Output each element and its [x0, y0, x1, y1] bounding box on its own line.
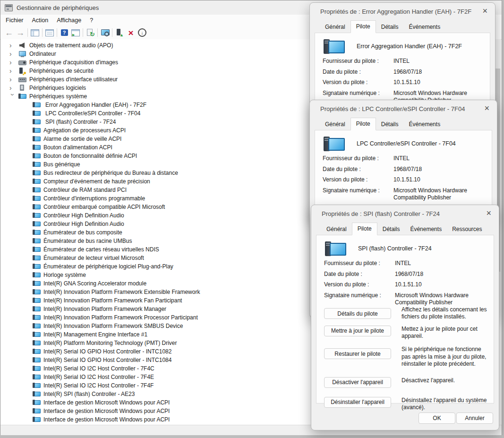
disable-device-button[interactable]: Désactiver l'appareil	[324, 377, 391, 388]
tree-item-label: Bus générique	[43, 161, 80, 168]
export-list-glyph	[71, 29, 80, 36]
close-icon[interactable]: ×	[486, 209, 491, 217]
sysdev-device-icon	[33, 144, 41, 151]
field-value: 10.1.51.10	[393, 176, 488, 183]
tab-evenements[interactable]: Événements	[403, 119, 445, 130]
tab-details[interactable]: Détails	[377, 224, 405, 235]
tab-pilote[interactable]: Pilote	[350, 20, 376, 33]
driver-field-row: Fournisseur du pilote :INTEL	[323, 58, 486, 65]
device-header: LPC Controller/eSPI Controller - 7F04	[323, 136, 456, 153]
close-icon[interactable]: ×	[482, 7, 487, 15]
driver-field-row: Version du pilote :10.1.51.10	[323, 176, 488, 183]
chevron-right-icon[interactable]: ›	[9, 59, 16, 66]
tree-item-label: Intel(R) GNA Scoring Accelerator module	[43, 280, 146, 287]
device-icon	[324, 241, 346, 258]
imaging-device-icon	[18, 59, 26, 66]
tree-item-label: Interface de gestion Microsoft Windows p…	[43, 399, 170, 406]
uninstall-device-icon[interactable]: ×	[125, 27, 137, 38]
tab-details[interactable]: Détails	[376, 22, 404, 33]
chevron-down-icon[interactable]: ›	[9, 94, 16, 100]
tree-item-label: Énumérateur de bus composite	[43, 229, 122, 236]
tree-item-label: Périphériques de sécurité	[29, 68, 94, 74]
hid-device-icon	[18, 76, 26, 83]
scan-hardware-changes-icon[interactable]	[85, 27, 96, 38]
device-icon	[323, 39, 344, 56]
tab-evenements[interactable]: Événements	[405, 224, 447, 235]
sysdev-device-icon	[33, 212, 41, 219]
tab-evenements[interactable]: Événements	[403, 22, 445, 33]
tree-item-label: Périphériques logiciels	[29, 85, 86, 91]
back-icon[interactable]: ←	[3, 27, 15, 38]
driver-actions: Détails du piloteAffichez les détails co…	[324, 306, 490, 411]
menu-item-action[interactable]: Action	[28, 17, 53, 24]
tab-general[interactable]: Général	[321, 224, 352, 235]
back-arrow-glyph: ←	[5, 28, 13, 37]
update-driver-icon[interactable]	[114, 27, 125, 38]
close-icon[interactable]: ×	[484, 104, 489, 112]
field-value: 1968/07/18	[393, 166, 488, 173]
sysdev-device-icon	[33, 280, 41, 287]
device-manager-icon	[5, 4, 13, 11]
ok-button[interactable]: OK	[419, 412, 455, 424]
software-device-icon	[18, 85, 26, 91]
tree-item-label: Énumérateur de lecteur virtuel Microsoft	[43, 255, 144, 261]
field-label: Fournisseur du pilote :	[323, 155, 393, 162]
scan-glyph	[86, 29, 94, 36]
menu-item-affichage[interactable]: Affichage	[52, 17, 85, 24]
tree-item-label: Objets de traitement audio (APO)	[29, 42, 113, 49]
chevron-right-icon[interactable]: ›	[9, 42, 16, 49]
tree-item-label: SPI (flash) Controller - 7F24	[45, 119, 116, 125]
properties-icon[interactable]	[44, 27, 55, 38]
tree-item-label: Interface de gestion Microsoft Windows p…	[43, 408, 170, 414]
field-value: 1968/07/18	[395, 271, 490, 278]
action-description: Affichez les détails concernant les fich…	[401, 306, 490, 321]
toolbar-separator	[42, 28, 43, 37]
chevron-right-icon[interactable]: ›	[9, 68, 16, 74]
roll-back-driver-button[interactable]: Restaurer le pilote	[324, 348, 391, 359]
sysdev-device-icon	[33, 170, 41, 176]
tab-pilote[interactable]: Pilote	[352, 223, 377, 235]
tree-item-label: Périphériques système	[29, 93, 87, 100]
tree-item-label: LPC Controller/eSPI Controller - 7F04	[45, 110, 140, 117]
tree-item-label: Compteur d'événement de haute précision	[43, 178, 150, 185]
tree-item-label: Intel(R) SPI (flash) Controller - AE23	[43, 391, 135, 397]
cancel-button[interactable]: Annuler	[456, 412, 493, 424]
field-label: Signataire numérique :	[324, 292, 395, 306]
properties-glyph	[45, 29, 54, 36]
field-label: Date du pilote :	[323, 166, 393, 173]
export-list-icon[interactable]	[70, 27, 81, 38]
tab-ressources[interactable]: Ressources	[447, 224, 487, 235]
tree-item-label: Intel(R) Innovation Platform Framework F…	[43, 297, 182, 304]
window-title: Gestionnaire de périphériques	[17, 4, 99, 11]
forward-icon[interactable]: →	[15, 27, 26, 38]
sysdev-device-icon	[33, 263, 41, 270]
sysdev-device-icon	[33, 357, 41, 363]
tab-general[interactable]: Général	[320, 22, 350, 33]
menu-item-fichier[interactable]: Fichier	[1, 17, 28, 24]
sysdev-device-icon	[33, 297, 41, 304]
tree-item-label: Interface de gestion Microsoft Windows p…	[43, 416, 170, 423]
help-icon[interactable]: ?	[59, 27, 70, 38]
driver-fields: Fournisseur du pilote :INTELDate du pilo…	[323, 54, 486, 103]
tab-general[interactable]: Général	[320, 119, 350, 130]
computer-search-icon[interactable]	[99, 27, 111, 38]
tree-item-label: Contrôleur High Definition Audio	[43, 212, 124, 219]
chevron-right-icon[interactable]: ›	[9, 85, 16, 91]
action-description: Mettez à jour le pilote pour cet apparei…	[401, 326, 490, 340]
properties-dialog-spi: Propriétés de : SPI (flash) Controller -…	[311, 205, 499, 430]
menu-item-help[interactable]: ?	[85, 17, 97, 24]
update-driver-button[interactable]: Mettre à jour le pilote	[324, 326, 391, 336]
tab-pilote[interactable]: Pilote	[350, 118, 376, 130]
dialog-title-bar: Propriétés de : Error Aggregation Handle…	[310, 3, 495, 21]
sysdev-device-icon	[33, 221, 41, 227]
tab-details[interactable]: Détails	[376, 119, 404, 130]
show-console-tree-icon[interactable]	[29, 27, 41, 38]
chevron-right-icon[interactable]: ›	[9, 76, 16, 83]
driver-details-button[interactable]: Détails du pilote	[324, 308, 391, 319]
chevron-right-icon[interactable]: ›	[9, 51, 16, 57]
tree-item-label: Intel(R) Serial IO I2C Host Controller -…	[43, 382, 154, 389]
disable-device-icon[interactable]: ↓	[137, 27, 148, 38]
computer-search-glyph	[101, 29, 109, 36]
console-tree-glyph	[31, 29, 39, 36]
driver-field-row: Date du pilote :1968/07/18	[323, 166, 488, 173]
